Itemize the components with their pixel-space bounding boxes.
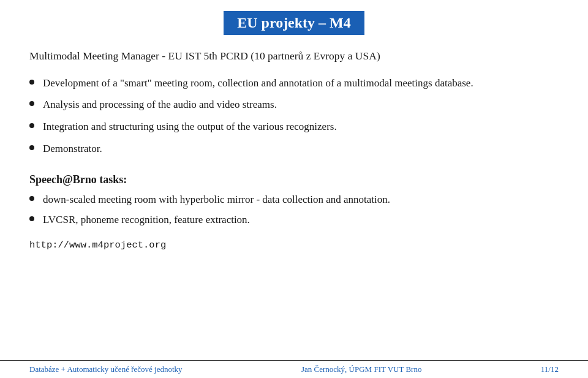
- sub-bullet-text-2: LVCSR, phoneme recognition, feature extr…: [43, 213, 250, 227]
- sub-bullet-list: down-scaled meeting room with hyperbolic…: [29, 192, 559, 234]
- slide-content: EU projekty – M4 Multimodal Meeting Mana…: [0, 0, 588, 360]
- slide-title: EU projekty – M4: [224, 11, 364, 35]
- bullet-dot-3: [29, 123, 34, 128]
- bullet-text-4: Demonstrator.: [43, 142, 102, 156]
- bullet-item-4: Demonstrator.: [29, 142, 559, 156]
- footer-right: 11/12: [541, 365, 559, 374]
- sub-bullet-dot-2: [29, 216, 34, 221]
- title-wrapper: EU projekty – M4: [29, 11, 559, 35]
- bullet-item-2: Analysis and processing of the audio and…: [29, 97, 559, 112]
- subtitle: Multimodal Meeting Manager - EU IST 5th …: [29, 48, 559, 64]
- bullet-text-2: Analysis and processing of the audio and…: [43, 97, 277, 112]
- bullet-item-3: Integration and structuring using the ou…: [29, 119, 559, 134]
- footer: Databáze + Automaticky učené řečové jedn…: [0, 360, 588, 378]
- url-line: http://www.m4project.org: [29, 240, 559, 251]
- bullet-dot-4: [29, 145, 34, 150]
- section-label: Speech@Brno tasks:: [29, 173, 559, 186]
- sub-bullet-text-1: down-scaled meeting room with hyperbolic…: [43, 192, 390, 207]
- sub-bullet-dot-1: [29, 196, 34, 201]
- slide: EU projekty – M4 Multimodal Meeting Mana…: [0, 0, 588, 378]
- sub-bullet-item-2: LVCSR, phoneme recognition, feature extr…: [29, 213, 559, 227]
- footer-left: Databáze + Automaticky učené řečové jedn…: [29, 365, 183, 374]
- bullet-text-3: Integration and structuring using the ou…: [43, 119, 337, 134]
- footer-center: Jan Černocký, ÚPGM FIT VUT Brno: [301, 365, 421, 374]
- main-bullet-list: Development of a "smart" meeting room, c…: [29, 76, 559, 164]
- bullet-text-1: Development of a "smart" meeting room, c…: [43, 76, 473, 91]
- bullet-dot-1: [29, 80, 34, 85]
- sub-bullet-item-1: down-scaled meeting room with hyperbolic…: [29, 192, 559, 207]
- bullet-dot-2: [29, 101, 34, 106]
- bullet-item-1: Development of a "smart" meeting room, c…: [29, 76, 559, 91]
